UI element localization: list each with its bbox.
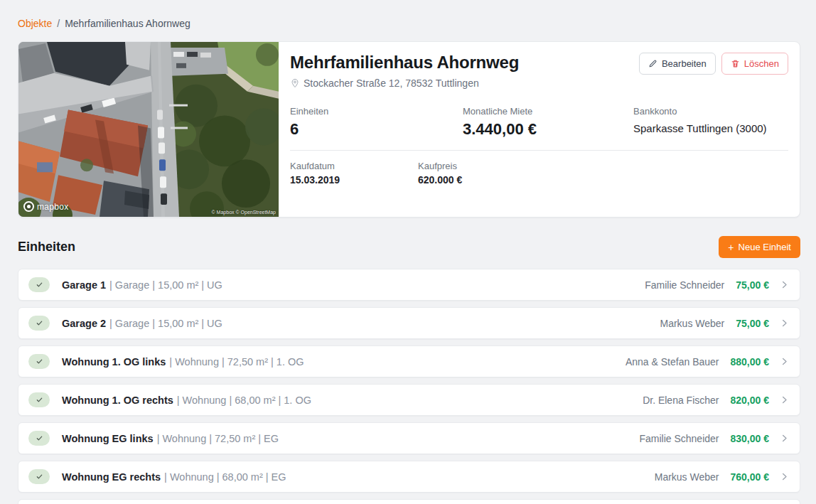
stat-label: Kaufdatum <box>290 161 418 171</box>
status-check-badge <box>28 354 50 369</box>
stat-value: Sparkasse Tuttlingen (3000) <box>633 122 788 134</box>
delete-button[interactable]: Löschen <box>721 53 788 75</box>
breadcrumb: Objekte / Mehrfamilienhaus Ahornweg <box>18 18 800 29</box>
chevron-right-icon <box>779 433 790 444</box>
new-unit-button[interactable]: + Neue Einheit <box>719 236 800 258</box>
chevron-right-icon <box>779 356 790 367</box>
mapbox-logo[interactable]: mapbox <box>23 201 69 212</box>
unit-name: Garage 1 <box>62 279 106 291</box>
check-icon <box>36 281 43 289</box>
stat-label: Einheiten <box>290 106 463 117</box>
delete-button-label: Löschen <box>744 58 779 69</box>
unit-row[interactable]: Wohnung 1. OG links | Wohnung | 72,50 m²… <box>18 345 800 377</box>
mapbox-logo-icon <box>23 201 34 212</box>
unit-details: | Garage | 15,00 m² | UG <box>109 279 222 291</box>
stat-bankkonto: Bankkonto Sparkasse Tuttlingen (3000) <box>633 106 788 139</box>
unit-list: Garage 1 | Garage | 15,00 m² | UG Famili… <box>18 269 800 493</box>
stat-einheiten: Einheiten 6 <box>290 106 463 139</box>
stat-value: 15.03.2019 <box>290 174 418 186</box>
unit-tenant: Markus Weber <box>655 471 719 483</box>
check-icon <box>36 473 43 481</box>
property-address: Stockacher Straße 12, 78532 Tuttlingen <box>290 77 519 89</box>
location-pin-icon <box>290 78 300 88</box>
unit-name: Wohnung EG links <box>62 433 154 444</box>
map-art <box>18 42 279 217</box>
check-icon <box>36 319 43 327</box>
stats-divider <box>290 150 788 151</box>
breadcrumb-link-objekte[interactable]: Objekte <box>18 18 52 29</box>
property-card: mapbox © Mapbox © OpenStreetMap Mehrfami… <box>18 41 800 218</box>
status-check-badge <box>28 431 50 446</box>
unit-row[interactable]: Wohnung 1. OG rechts | Wohnung | 68,00 m… <box>18 384 800 416</box>
stat-kaufdatum: Kaufdatum 15.03.2019 <box>290 161 418 186</box>
unit-details: | Wohnung | 72,50 m² | 1. OG <box>169 356 304 368</box>
map-satellite-image[interactable]: mapbox © Mapbox © OpenStreetMap <box>18 42 279 217</box>
unit-tenant: Markus Weber <box>660 318 725 329</box>
breadcrumb-current: Mehrfamilienhaus Ahornweg <box>65 18 190 29</box>
unit-tenant: Anna & Stefan Bauer <box>626 356 719 368</box>
page-title: Mehrfamilienhaus Ahornweg <box>290 53 519 73</box>
unit-details: | Garage | 15,00 m² | UG <box>109 318 222 329</box>
breadcrumb-separator: / <box>57 18 60 29</box>
status-check-badge <box>28 392 50 407</box>
unit-row[interactable]: Garage 2 | Garage | 15,00 m² | UG Markus… <box>18 307 800 339</box>
edit-button-label: Bearbeiten <box>662 58 707 69</box>
plus-icon: + <box>728 242 734 252</box>
chevron-right-icon <box>779 279 790 290</box>
stat-kaufpreis: Kaufpreis 620.000 € <box>418 161 462 186</box>
stats-row-1: Einheiten 6 Monatliche Miete 3.440,00 € … <box>290 106 788 139</box>
chevron-right-icon <box>779 395 790 405</box>
unit-price: 760,00 € <box>731 471 770 483</box>
stat-label: Monatliche Miete <box>463 106 633 117</box>
status-check-badge <box>28 277 50 292</box>
unit-price: 75,00 € <box>736 279 769 291</box>
stat-label: Bankkonto <box>633 106 788 117</box>
units-section-title: Einheiten <box>18 240 75 254</box>
unit-price: 75,00 € <box>736 318 769 329</box>
check-icon <box>36 396 43 404</box>
unit-name: Wohnung EG rechts <box>62 471 161 483</box>
chevron-right-icon <box>779 318 790 328</box>
edit-button[interactable]: Bearbeiten <box>639 53 716 75</box>
pencil-icon <box>648 59 657 68</box>
unit-row[interactable]: Wohnung EG rechts | Wohnung | 68,00 m² |… <box>18 461 800 493</box>
unit-details: | Wohnung | 68,00 m² | 1. OG <box>177 395 311 406</box>
unit-tenant: Familie Schneider <box>639 433 719 444</box>
partial-card <box>18 499 800 504</box>
stat-monatliche-miete: Monatliche Miete 3.440,00 € <box>463 106 633 139</box>
status-check-badge <box>28 316 50 331</box>
unit-price: 880,00 € <box>731 356 770 368</box>
unit-name: Garage 2 <box>62 318 106 329</box>
unit-name: Wohnung 1. OG links <box>62 356 166 368</box>
unit-price: 830,00 € <box>731 433 770 444</box>
unit-details: | Wohnung | 68,00 m² | EG <box>164 471 286 483</box>
stat-value: 620.000 € <box>418 174 462 186</box>
stats-row-2: Kaufdatum 15.03.2019 Kaufpreis 620.000 € <box>290 161 788 186</box>
new-unit-button-label: Neue Einheit <box>739 242 791 252</box>
address-text: Stockacher Straße 12, 78532 Tuttlingen <box>304 77 479 89</box>
unit-price: 820,00 € <box>731 395 770 406</box>
chevron-right-icon <box>779 471 790 482</box>
map-attribution[interactable]: © Mapbox © OpenStreetMap <box>212 210 276 215</box>
unit-row[interactable]: Garage 1 | Garage | 15,00 m² | UG Famili… <box>18 269 800 301</box>
property-actions: Bearbeiten Löschen <box>639 53 788 75</box>
stat-label: Kaufpreis <box>418 161 462 171</box>
mapbox-logo-text: mapbox <box>37 202 69 212</box>
unit-name: Wohnung 1. OG rechts <box>62 395 173 406</box>
check-icon <box>36 358 43 365</box>
unit-details: | Wohnung | 72,50 m² | EG <box>157 433 279 444</box>
check-icon <box>36 434 43 442</box>
units-section-header: Einheiten + Neue Einheit <box>18 236 800 258</box>
status-check-badge <box>28 469 50 484</box>
stat-value: 6 <box>290 120 463 139</box>
stat-value: 3.440,00 € <box>463 120 633 139</box>
unit-tenant: Familie Schneider <box>645 279 724 291</box>
property-info: Mehrfamilienhaus Ahornweg Stockacher Str… <box>279 42 800 217</box>
trash-icon <box>731 59 740 68</box>
unit-tenant: Dr. Elena Fischer <box>643 395 719 406</box>
unit-row[interactable]: Wohnung EG links | Wohnung | 72,50 m² | … <box>18 422 800 454</box>
page: Objekte / Mehrfamilienhaus Ahornweg <box>0 0 816 504</box>
